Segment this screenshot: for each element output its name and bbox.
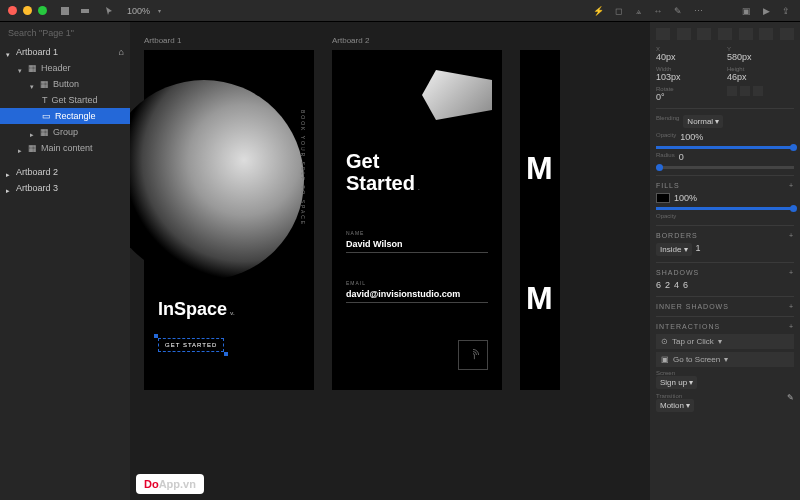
brand-title: InSpacev. — [158, 299, 235, 320]
screen-title: GetStarted. — [346, 150, 420, 194]
tree-main-content[interactable]: ▦ Main content — [0, 140, 130, 156]
more-icon[interactable]: ⋯ — [692, 5, 704, 17]
tree-header[interactable]: ▦ Header — [0, 60, 130, 76]
play-icon[interactable]: ▶ — [760, 5, 772, 17]
tree-artboard-3[interactable]: Artboard 3 — [0, 180, 130, 196]
name-field[interactable]: NAME David Wilson — [346, 230, 488, 253]
selection-handles[interactable] — [156, 336, 226, 354]
fill-swatch[interactable] — [656, 193, 670, 203]
add-shadow[interactable]: + — [789, 269, 794, 276]
distribute-h[interactable] — [780, 28, 794, 40]
y-input[interactable]: 580px — [727, 52, 794, 62]
titlebar: 100% ▾ ⚡ ◻ ⟁ ↔ ✎ ⋯ ▣ ▶ ⇪ — [0, 0, 800, 22]
close-window[interactable] — [8, 6, 17, 15]
height-input[interactable]: 46px — [727, 72, 794, 82]
spacecraft-image — [422, 70, 492, 120]
search-input[interactable]: Search "Page 1" — [0, 22, 130, 44]
tree-get-started[interactable]: T Get Started — [0, 92, 130, 108]
artboard-tool-icon[interactable]: ◻ — [612, 5, 624, 17]
inspector-panel: X40px Y580px Width103px Height46px Rotat… — [650, 22, 800, 500]
link-icon[interactable]: ↔ — [652, 5, 664, 17]
flip-h-icon[interactable] — [727, 86, 737, 96]
artboard-label: Artboard 2 — [332, 36, 369, 45]
minimize-window[interactable] — [23, 6, 32, 15]
lock-icon[interactable] — [753, 86, 763, 96]
canvas[interactable]: Artboard 1 BOOK YOUR SELF TO SPACE InSpa… — [130, 22, 650, 500]
align-right[interactable] — [697, 28, 711, 40]
artboard-label: Artboard 1 — [144, 36, 181, 45]
flip-v-icon[interactable] — [740, 86, 750, 96]
zoom-level[interactable]: 100% — [127, 6, 150, 16]
text-fragment: M — [526, 150, 553, 187]
transition-dropdown[interactable]: Motion ▾ — [656, 399, 694, 412]
interaction-trigger[interactable]: ⊙ Tap or Click ▾ — [656, 334, 794, 349]
fill-opacity[interactable]: 100% — [674, 193, 697, 203]
svg-rect-1 — [81, 9, 89, 13]
library-icon[interactable] — [79, 5, 91, 17]
width-input[interactable]: 103px — [656, 72, 723, 82]
maximize-window[interactable] — [38, 6, 47, 15]
devices-icon[interactable]: ▣ — [740, 5, 752, 17]
text-fragment: M — [526, 280, 553, 317]
align-tools — [656, 28, 794, 40]
border-position[interactable]: Inside ▾ — [656, 243, 692, 256]
add-interaction[interactable]: + — [789, 323, 794, 330]
pen-icon[interactable]: ✎ — [672, 5, 684, 17]
tree-artboard-2[interactable]: Artboard 2 — [0, 164, 130, 180]
interaction-action[interactable]: ▣ Go to Screen ▾ — [656, 352, 794, 367]
bolt-icon[interactable]: ⚡ — [592, 5, 604, 17]
add-inner[interactable]: + — [789, 303, 794, 310]
vertical-text: BOOK YOUR SELF TO SPACE — [300, 110, 306, 226]
chevron-down-icon[interactable]: ▾ — [158, 7, 161, 14]
share-icon[interactable]: ⇪ — [780, 5, 792, 17]
screen-dropdown[interactable]: Sign up ▾ — [656, 376, 697, 389]
crop-icon[interactable]: ⟁ — [632, 5, 644, 17]
edit-icon[interactable]: ✎ — [787, 393, 794, 412]
fill-opacity-slider[interactable] — [656, 207, 794, 210]
align-top[interactable] — [718, 28, 732, 40]
tree-rectangle[interactable]: ▭ Rectangle — [0, 108, 130, 124]
tree-group[interactable]: ▦ Group — [0, 124, 130, 140]
fingerprint-button[interactable] — [458, 340, 488, 370]
opacity-input[interactable]: 100% — [680, 132, 703, 142]
radius-slider[interactable] — [656, 166, 794, 169]
artboard-1[interactable]: Artboard 1 BOOK YOUR SELF TO SPACE InSpa… — [144, 50, 314, 390]
artboard-3[interactable]: Artboard 3 M M — [520, 50, 560, 390]
opacity-slider[interactable] — [656, 146, 794, 149]
add-fill[interactable]: + — [789, 182, 794, 189]
moon-image — [130, 80, 304, 280]
radius-input[interactable]: 0 — [679, 152, 684, 162]
watermark: DoApp.vn — [136, 474, 204, 494]
align-left[interactable] — [656, 28, 670, 40]
get-started-button[interactable]: GET STARTED — [158, 338, 224, 352]
artboard-2[interactable]: Artboard 2 GetStarted. NAME David Wilson… — [332, 50, 502, 390]
add-border[interactable]: + — [789, 232, 794, 239]
layers-panel: Search "Page 1" Artboard 1⌂ ▦ Header ▦ B… — [0, 22, 130, 500]
svg-rect-0 — [61, 7, 69, 15]
align-center-v[interactable] — [739, 28, 753, 40]
x-input[interactable]: 40px — [656, 52, 723, 62]
tree-button[interactable]: ▦ Button — [0, 76, 130, 92]
email-field[interactable]: EMAIL david@invisionstudio.com — [346, 280, 488, 303]
pointer-icon[interactable] — [103, 5, 115, 17]
tree-artboard-1[interactable]: Artboard 1⌂ — [0, 44, 130, 60]
border-size[interactable]: 1 — [696, 243, 701, 256]
rotate-input[interactable]: 0° — [656, 92, 723, 102]
layers-icon[interactable] — [59, 5, 71, 17]
align-bottom[interactable] — [759, 28, 773, 40]
align-center-h[interactable] — [677, 28, 691, 40]
blending-dropdown[interactable]: Normal ▾ — [683, 115, 723, 128]
